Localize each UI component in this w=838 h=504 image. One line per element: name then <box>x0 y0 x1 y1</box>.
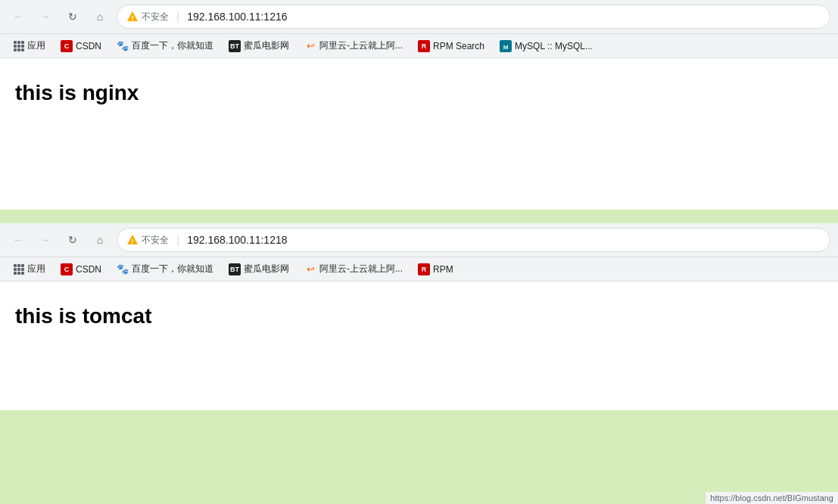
bookmark-apps-1[interactable]: 应用 <box>8 37 51 54</box>
bookmark-mysql-1[interactable]: M MySQL :: MySQL... <box>494 38 599 54</box>
page-heading-2: this is tomcat <box>15 304 823 328</box>
browser-window-1: ← → ↻ ⌂ ! 不安全 | 192.168.100.11:1216 <box>0 0 838 210</box>
browser-chrome-2: ← → ↻ ⌂ ! 不安全 | 192.168.100.11:1218 <box>0 223 838 282</box>
bookmarks-bar-1: 应用 C CSDN 🐾 百度一下，你就知道 BT 蜜瓜电影网 ↩ 阿里云-上云就… <box>0 33 838 58</box>
rpm-icon-2: R <box>418 263 430 275</box>
bookmark-bt-1[interactable]: BT 蜜瓜电影网 <box>223 37 295 54</box>
address-bar-1[interactable]: ! 不安全 | 192.168.100.11:1216 <box>117 5 830 29</box>
bookmark-aliyun-2[interactable]: ↩ 阿里云-上云就上阿... <box>298 260 409 278</box>
bookmark-bt-2[interactable]: BT 蜜瓜电影网 <box>223 260 295 278</box>
apps-icon-1 <box>14 41 24 51</box>
home-button-1[interactable]: ⌂ <box>89 6 111 27</box>
security-warning-1: ! 不安全 <box>126 11 169 23</box>
bookmark-rpm-1[interactable]: R RPM Search <box>412 38 491 54</box>
bookmarks-bar-2: 应用 C CSDN 🐾 百度一下，你就知道 BT 蜜瓜电影网 ↩ 阿里云-上云就… <box>0 257 838 281</box>
csdn-icon-2: C <box>61 263 73 275</box>
url-separator-1: | <box>176 10 179 23</box>
warning-icon-1: ! <box>126 11 139 23</box>
security-label-1: 不安全 <box>142 11 169 23</box>
warning-icon-2: ! <box>126 234 139 246</box>
aliyun-icon-1: ↩ <box>304 40 316 52</box>
svg-text:!: ! <box>132 14 134 22</box>
aliyun-icon-2: ↩ <box>304 263 316 275</box>
csdn-icon-1: C <box>61 40 73 52</box>
bookmark-rpm-2[interactable]: R RPM <box>412 261 459 278</box>
browser-divider <box>0 210 838 223</box>
security-warning-2: ! 不安全 <box>126 234 169 247</box>
nav-bar-2: ← → ↻ ⌂ ! 不安全 | 192.168.100.11:1218 <box>0 223 838 257</box>
forward-button-1[interactable]: → <box>35 6 56 27</box>
bookmark-baidu-2[interactable]: 🐾 百度一下，你就知道 <box>111 260 220 278</box>
url-text-2: 192.168.100.11:1218 <box>187 234 821 246</box>
nav-bar-1: ← → ↻ ⌂ ! 不安全 | 192.168.100.11:1216 <box>0 0 838 33</box>
rpm-icon-1: R <box>418 40 430 52</box>
baidu-icon-1: 🐾 <box>117 40 129 52</box>
security-label-2: 不安全 <box>142 234 169 247</box>
refresh-button-1[interactable]: ↻ <box>62 6 83 27</box>
browser-chrome-1: ← → ↻ ⌂ ! 不安全 | 192.168.100.11:1216 <box>0 0 838 58</box>
bt-icon-2: BT <box>229 263 241 275</box>
svg-text:!: ! <box>132 238 134 245</box>
url-text-1: 192.168.100.11:1216 <box>187 11 821 23</box>
bookmark-csdn-1[interactable]: C CSDN <box>55 38 107 54</box>
bt-icon-1: BT <box>229 40 241 52</box>
address-bar-2[interactable]: ! 不安全 | 192.168.100.11:1218 <box>117 228 830 252</box>
mysql-icon-1: M <box>500 40 512 52</box>
browser-window-2: ← → ↻ ⌂ ! 不安全 | 192.168.100.11:1218 <box>0 223 838 410</box>
url-separator-2: | <box>176 233 179 247</box>
bookmark-csdn-2[interactable]: C CSDN <box>55 261 107 278</box>
apps-icon-2 <box>14 264 24 275</box>
back-button-2[interactable]: ← <box>8 229 29 250</box>
bookmark-apps-2[interactable]: 应用 <box>8 260 51 278</box>
page-heading-1: this is nginx <box>15 81 823 105</box>
home-button-2[interactable]: ⌂ <box>89 229 111 250</box>
page-content-2: this is tomcat <box>0 282 838 410</box>
bookmark-baidu-1[interactable]: 🐾 百度一下，你就知道 <box>111 37 220 54</box>
forward-button-2[interactable]: → <box>35 229 56 250</box>
svg-text:M: M <box>503 44 509 51</box>
page-content-1: this is nginx <box>0 58 838 210</box>
baidu-icon-2: 🐾 <box>117 263 129 275</box>
bookmark-aliyun-1[interactable]: ↩ 阿里云-上云就上阿... <box>298 37 409 54</box>
refresh-button-2[interactable]: ↻ <box>62 229 83 250</box>
back-button-1[interactable]: ← <box>8 6 29 27</box>
